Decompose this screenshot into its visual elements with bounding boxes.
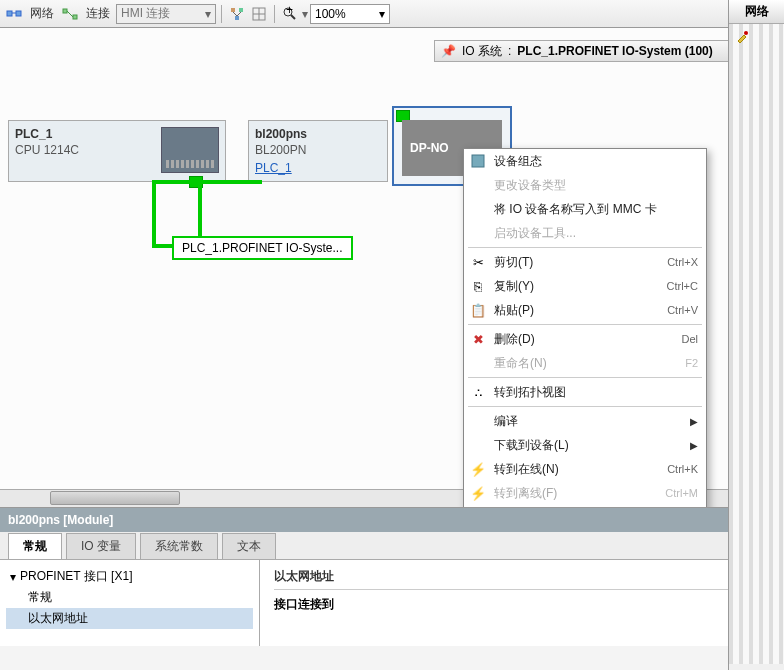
menu-separator <box>468 377 702 378</box>
tree-profinet-interface[interactable]: ▾PROFINET 接口 [X1] <box>6 566 253 587</box>
connection-icon[interactable] <box>60 4 80 24</box>
property-body: 以太网地址 接口连接到 <box>260 560 784 646</box>
copy-icon: ⎘ <box>468 277 488 295</box>
network-canvas[interactable]: 📌 IO 系统: PLC_1.PROFINET IO-System (100) … <box>0 28 784 508</box>
properties-area: ▾PROFINET 接口 [X1] 常规 以太网地址 以太网地址 接口连接到 <box>0 560 784 646</box>
menu-go-online[interactable]: ⚡转到在线(N)Ctrl+K <box>464 457 706 481</box>
device-plc1[interactable]: PLC_1 CPU 1214C <box>8 120 226 182</box>
submenu-arrow: ▶ <box>690 416 698 427</box>
svg-point-17 <box>744 31 748 35</box>
svg-rect-4 <box>73 15 77 19</box>
menu-paste[interactable]: 📋粘贴(P)Ctrl+V <box>464 298 706 322</box>
online-icon: ⚡ <box>468 460 488 478</box>
property-section: 接口连接到 <box>274 596 770 613</box>
separator <box>221 5 222 23</box>
menu-separator <box>468 406 702 407</box>
menu-change-type: 更改设备类型 <box>464 173 706 197</box>
grid-icon[interactable] <box>249 4 269 24</box>
context-menu: 设备组态 更改设备类型 将 IO 设备名称写入到 MMC 卡 启动设备工具...… <box>463 148 707 508</box>
offline-icon: ⚡ <box>468 484 488 502</box>
separator <box>274 5 275 23</box>
collapse-icon[interactable]: ▾ <box>10 570 16 584</box>
svg-rect-5 <box>231 8 235 12</box>
cut-icon: ✂ <box>468 253 488 271</box>
menu-cut[interactable]: ✂剪切(T)Ctrl+X <box>464 250 706 274</box>
svg-rect-3 <box>63 9 67 13</box>
menu-goto-topology[interactable]: ⛬转到拓扑视图 <box>464 380 706 404</box>
tab-system-constants[interactable]: 系统常数 <box>140 533 218 559</box>
svg-text:+: + <box>286 6 293 17</box>
io-system-value: PLC_1.PROFINET IO-System (100) <box>517 44 712 58</box>
io-system-prefix: IO 系统 <box>462 43 502 60</box>
svg-rect-1 <box>16 11 21 16</box>
hmi-connection-select[interactable]: HMI 连接 <box>116 4 216 24</box>
property-tabs: 常规 IO 变量 系统常数 文本 <box>0 532 784 560</box>
network-icon[interactable] <box>4 4 24 24</box>
paste-icon: 📋 <box>468 301 488 319</box>
plc-image <box>161 127 219 173</box>
menu-download[interactable]: 下载到设备(L)▶ <box>464 433 706 457</box>
connection-label[interactable]: 连接 <box>82 5 114 22</box>
menu-separator <box>468 247 702 248</box>
config-icon <box>468 152 488 170</box>
relations-icon[interactable] <box>227 4 247 24</box>
zoom-select[interactable]: 100%▾ <box>310 4 390 24</box>
menu-device-config[interactable]: 设备组态 <box>464 149 706 173</box>
svg-rect-0 <box>7 11 12 16</box>
property-heading: 以太网地址 <box>274 568 770 590</box>
device-title: bl200pns <box>255 127 381 141</box>
wrench-icon[interactable] <box>735 30 749 44</box>
connection-line <box>152 180 262 184</box>
device-bl200pns[interactable]: bl200pns BL200PN PLC_1 <box>248 120 388 182</box>
menu-write-mmc[interactable]: 将 IO 设备名称写入到 MMC 卡 <box>464 197 706 221</box>
right-side-panel: 网络 <box>728 0 784 670</box>
menu-copy[interactable]: ⎘复制(Y)Ctrl+C <box>464 274 706 298</box>
tree-ethernet-address[interactable]: 以太网地址 <box>6 608 253 629</box>
connection-label-box[interactable]: PLC_1.PROFINET IO-Syste... <box>172 236 353 260</box>
io-system-bar: 📌 IO 系统: PLC_1.PROFINET IO-System (100) <box>434 40 774 62</box>
tab-general[interactable]: 常规 <box>8 533 62 559</box>
network-label[interactable]: 网络 <box>26 5 58 22</box>
submenu-arrow: ▶ <box>690 440 698 451</box>
property-tree: ▾PROFINET 接口 [X1] 常规 以太网地址 <box>0 560 260 646</box>
svg-rect-7 <box>235 16 239 20</box>
plc-link[interactable]: PLC_1 <box>255 161 381 175</box>
connection-line <box>198 180 202 244</box>
delete-icon: ✖ <box>468 330 488 348</box>
topology-icon: ⛬ <box>468 383 488 401</box>
pin-icon[interactable]: 📌 <box>441 44 456 58</box>
svg-rect-6 <box>239 8 243 12</box>
right-panel-title[interactable]: 网络 <box>729 0 784 24</box>
main-toolbar: 网络 连接 HMI 连接 + ▾ 100%▾ <box>0 0 784 28</box>
tab-text[interactable]: 文本 <box>222 533 276 559</box>
tab-io-variables[interactable]: IO 变量 <box>66 533 136 559</box>
right-panel-body <box>729 24 784 664</box>
svg-rect-16 <box>472 155 484 167</box>
menu-rename: 重命名(N)F2 <box>464 351 706 375</box>
tree-general[interactable]: 常规 <box>6 587 253 608</box>
dropdown-arrow[interactable]: ▾ <box>302 7 308 21</box>
menu-start-tool: 启动设备工具... <box>464 221 706 245</box>
module-title-bar: bl200pns [Module] <box>0 508 784 532</box>
device-subtitle: BL200PN <box>255 143 381 157</box>
menu-delete[interactable]: ✖删除(D)Del <box>464 327 706 351</box>
connection-line <box>152 180 156 248</box>
zoom-icon[interactable]: + <box>280 4 300 24</box>
menu-online-diag[interactable]: 🔧在线和诊断(D)Ctrl+D <box>464 505 706 508</box>
scrollbar-thumb[interactable] <box>50 491 180 505</box>
menu-separator <box>468 324 702 325</box>
menu-go-offline: ⚡转到离线(F)Ctrl+M <box>464 481 706 505</box>
menu-compile[interactable]: 编译▶ <box>464 409 706 433</box>
